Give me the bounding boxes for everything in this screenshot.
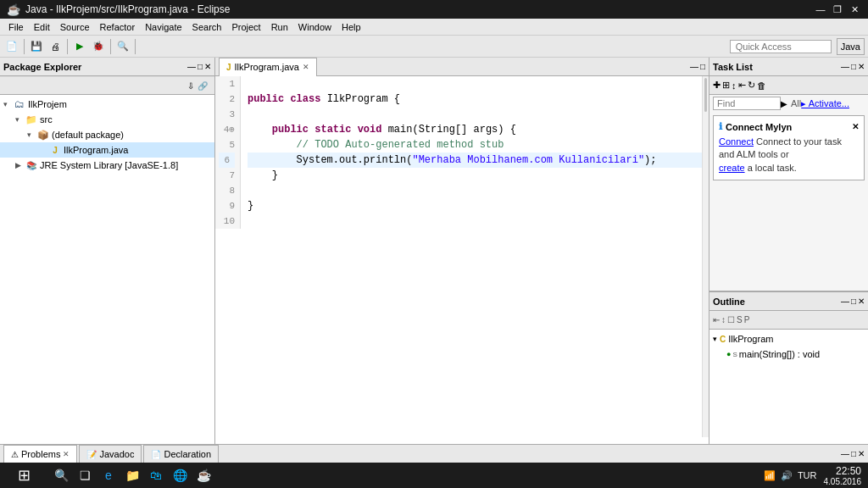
editor-tab-ilkprogram[interactable]: J IlkProgram.java ✕: [219, 58, 317, 76]
menu-file[interactable]: File: [3, 20, 29, 34]
link-editor-icon[interactable]: 🔗: [198, 81, 208, 91]
toolbar-save-btn[interactable]: 💾: [28, 38, 45, 55]
tree-item-ilkprogram-java[interactable]: ▾ J IlkProgram.java: [0, 142, 214, 158]
outline-maximize-icon[interactable]: □: [851, 297, 856, 306]
task-sort-icon[interactable]: ↕: [732, 80, 737, 91]
task-minimize-icon[interactable]: —: [841, 62, 849, 71]
panel-maximize-icon[interactable]: □: [198, 62, 203, 71]
tab-declaration[interactable]: 📄 Declaration: [143, 445, 219, 463]
code-line-2: public class IlkProgram {: [248, 92, 702, 107]
editor-minimize-icon[interactable]: —: [690, 62, 698, 71]
mylyn-close-icon[interactable]: ✕: [852, 122, 859, 131]
toolbar-new-btn[interactable]: 📄: [3, 38, 20, 55]
collapse-all-icon[interactable]: ⇩: [187, 81, 194, 91]
mylyn-title-bar: ℹ Connect Mylyn ✕: [719, 121, 859, 132]
tree-item-jre[interactable]: ▶ 📚 JRE System Library [JavaSE-1.8]: [0, 158, 214, 173]
toolbar-run-btn[interactable]: ▶: [71, 38, 88, 55]
start-button[interactable]: ⊞: [7, 463, 41, 487]
menu-search[interactable]: Search: [187, 20, 227, 34]
editor-scrollbar[interactable]: [702, 76, 709, 437]
outline-hide-fields-icon[interactable]: ☐: [727, 315, 735, 324]
task-search-input[interactable]: [713, 97, 781, 110]
line-num-3: 3: [219, 107, 235, 122]
outline-hide-static-icon[interactable]: S: [737, 315, 743, 324]
create-link[interactable]: create: [719, 163, 745, 173]
outline-item-ilkprogram[interactable]: ▾ C IlkProgram: [713, 331, 865, 347]
editor-maximize-icon[interactable]: □: [700, 62, 705, 71]
menu-navigate[interactable]: Navigate: [140, 20, 186, 34]
close-button[interactable]: ✕: [848, 3, 861, 16]
task-refresh-icon[interactable]: ↻: [748, 80, 755, 91]
toolbar-debug-btn[interactable]: 🐞: [90, 38, 107, 55]
java-file-icon: J: [49, 144, 61, 156]
outline-hide-nonpublic-icon[interactable]: P: [744, 315, 750, 324]
java-tab-icon: J: [226, 63, 231, 72]
clock-date: 4.05.2016: [824, 477, 862, 486]
menu-help[interactable]: Help: [337, 20, 366, 34]
taskbar-search-icon[interactable]: 🔍: [51, 465, 71, 485]
java-icon: ☕: [7, 3, 20, 16]
code-lines[interactable]: public class IlkProgram { public static …: [241, 76, 702, 229]
quick-access-input[interactable]: [730, 40, 832, 53]
line-num-6: 6: [219, 152, 235, 168]
connect-link[interactable]: Connect: [719, 136, 754, 147]
task-filter-icon[interactable]: ⊞: [722, 80, 730, 91]
editor-tab-close[interactable]: ✕: [303, 63, 309, 71]
tree-item-src[interactable]: ▾ 📁 src: [0, 112, 214, 127]
menu-run[interactable]: Run: [266, 20, 293, 34]
outline-collapse-icon[interactable]: ⇤: [713, 315, 720, 324]
taskbar-task-view-icon[interactable]: ❏: [75, 465, 95, 485]
menu-project[interactable]: Project: [226, 20, 265, 34]
perspective-java-btn[interactable]: Java: [837, 38, 865, 55]
tree-label-jre: JRE System Library [JavaSE-1.8]: [40, 160, 178, 170]
task-search-arrow-icon[interactable]: ▶: [781, 99, 787, 108]
package-explorer-title: Package Explorer: [3, 62, 81, 72]
task-delete-icon[interactable]: 🗑: [757, 80, 766, 91]
tree-item-ilkprojem[interactable]: ▾ 🗂 IlkProjem: [0, 97, 214, 112]
outline-static-icon: S: [732, 351, 737, 358]
code-scroll[interactable]: 1 2 3 4⊕ 5 6 7 8 9 10 public class IlkPr…: [215, 76, 702, 437]
toolbar-search-btn[interactable]: 🔍: [114, 38, 131, 55]
clock-time: 22:50: [824, 465, 862, 477]
panel-close-icon[interactable]: ✕: [204, 62, 211, 71]
menu-source[interactable]: Source: [55, 20, 95, 34]
outline-minimize-icon[interactable]: —: [841, 297, 849, 306]
task-new-icon[interactable]: ✚: [713, 80, 721, 91]
outline-header: Outline — □ ✕: [709, 292, 868, 311]
tab-javadoc[interactable]: 📝 Javadoc: [79, 445, 142, 463]
taskbar-chrome-icon[interactable]: 🌐: [170, 465, 190, 485]
taskbar-files-icon[interactable]: 📁: [122, 465, 142, 485]
menu-refactor[interactable]: Refactor: [95, 20, 141, 34]
taskbar-store-icon[interactable]: 🛍: [146, 465, 166, 485]
toolbar-print-btn[interactable]: 🖨: [47, 38, 64, 55]
menu-edit[interactable]: Edit: [29, 20, 55, 34]
outline-item-main[interactable]: ● S main(String[]) : void: [713, 347, 865, 362]
task-all-label[interactable]: All: [791, 98, 801, 108]
taskbar-edge-icon[interactable]: e: [98, 465, 119, 485]
mylyn-title-text: Connect Mylyn: [726, 122, 852, 132]
clock[interactable]: 22:50 4.05.2016: [824, 465, 862, 486]
panel-minimize-icon[interactable]: —: [187, 62, 196, 71]
task-activate-link[interactable]: ▸ Activate...: [801, 98, 849, 109]
task-collapse-icon[interactable]: ⇤: [738, 80, 746, 91]
taskbar: ⊞ 🔍 ❏ e 📁 🛍 🌐 ☕ 📶 🔊 TUR 22:50 4.05.2016: [0, 463, 868, 488]
outline-sort-icon[interactable]: ↕: [721, 315, 726, 324]
outline-close-icon[interactable]: ✕: [858, 297, 865, 306]
outline-header-controls: — □ ✕: [841, 297, 865, 306]
menu-window[interactable]: Window: [293, 20, 337, 34]
bottom-minimize-icon[interactable]: —: [841, 449, 849, 458]
expand-arrow: ▾: [27, 130, 37, 139]
minimize-button[interactable]: —: [814, 3, 827, 16]
tab-problems[interactable]: ⚠ Problems ✕: [3, 445, 77, 463]
bottom-maximize-icon[interactable]: □: [851, 449, 856, 458]
task-close-icon[interactable]: ✕: [858, 62, 865, 71]
tree-item-default-package[interactable]: ▾ 📦 (default package): [0, 127, 214, 142]
taskbar-eclipse-icon[interactable]: ☕: [193, 465, 214, 485]
task-maximize-icon[interactable]: □: [851, 62, 856, 71]
line-num-2: 2: [219, 92, 235, 107]
expand-arrow: ▶: [15, 161, 25, 169]
problems-tab-label: Problems: [21, 449, 60, 459]
problems-tab-close[interactable]: ✕: [63, 450, 70, 458]
maximize-button[interactable]: ❐: [831, 3, 844, 16]
bottom-close-icon[interactable]: ✕: [858, 449, 865, 458]
